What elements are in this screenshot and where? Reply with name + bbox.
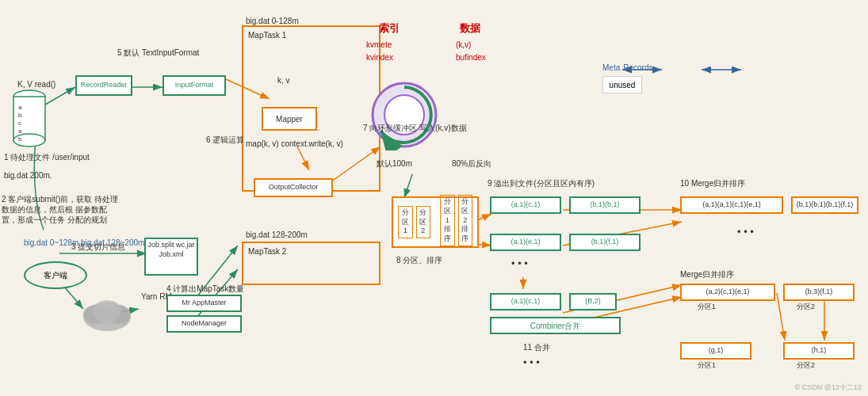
nodemanager-box: NodeManager [166, 315, 242, 333]
kv-label: K, V read() [17, 79, 55, 89]
client-submit-label: 2 客户端submit()前，获取 待处理数据的信息，然后根 据参数配置，形成一… [2, 194, 120, 225]
merge-sort-label: 10 Merge归并排序 [680, 178, 745, 188]
partition2-cell: 分区2 [416, 206, 431, 238]
merge-b1b1f1-box: (b,1)(b,1)(b,1)(f,1) [791, 196, 858, 214]
default-textinputformat: 5 默认 TextInputFormat [117, 48, 199, 58]
circular-write-label: 7 向环形缓冲区 写入(k,v)数据 [363, 123, 467, 133]
spill-a1e1-box: (a,1)(e,1) [490, 234, 561, 251]
map-context-label: map(k, v) context.write(k, v) [246, 139, 343, 149]
logic-compute-label: 6 逻辑运算 [206, 135, 244, 145]
table-unused-header: unused [602, 76, 642, 93]
combiner-B2-box: (B,2) [569, 293, 617, 310]
percent-80-label: 80%后反向 [452, 158, 491, 169]
svg-line-10 [404, 174, 412, 198]
spill-b1b1-box: (b,1)(b,1) [569, 196, 640, 214]
kvindex-label: kvindex [366, 52, 393, 63]
spill-label: 9 溢出到文件(分区且区内有序) [488, 178, 595, 188]
merge2-a2c1e1-box: (a,2)(c,1)(e,1) [680, 284, 775, 301]
outputcollector-box: OutputCollector [254, 178, 333, 197]
kv-arrow-label: k, v [277, 75, 290, 86]
circular-buffer [369, 79, 440, 150]
kv-data-label: (k,v) [456, 40, 471, 50]
recordreader-box: RecordReader [75, 75, 132, 96]
bigdat-label: big.dat 200m. [4, 170, 52, 181]
appmaster-box: Mr AppMaster [166, 295, 242, 312]
data-cylinder: a b c a b ... [12, 87, 48, 158]
job-files-box: Job.split wc.jar Job.xml [144, 238, 198, 276]
maptask2-box: MapTask 2 [242, 242, 380, 285]
combiner-merge-box: Combiner合并 [490, 317, 621, 334]
client-ellipse: 客户端 [24, 261, 87, 289]
partition2-label3: 分区2 [797, 361, 815, 371]
merge-11-label: 11 合并 [523, 342, 550, 352]
cloud-shape [79, 297, 135, 334]
file-label: 1 待处理文件 /user/input [4, 152, 90, 162]
partition1-sort-cell: 分区1排序 [440, 195, 455, 246]
svg-text:...: ... [18, 141, 24, 148]
calc-maptask-label: 4 计算出MapTask数量 [166, 284, 244, 294]
svg-text:a: a [18, 104, 22, 111]
inputformat-box: InputFormat [163, 75, 226, 96]
meta-label: Meta [602, 63, 620, 72]
diagram-container: a b c a b ... 1 待处理文件 /user/input big.da… [0, 0, 868, 396]
spill-b1f1-box: (b,1)(f,1) [569, 234, 640, 251]
merge-sort2-label: Merge归并排序 [680, 269, 734, 280]
kvmete-label: kvmete [366, 40, 392, 50]
partition1-cell: 分区1 [398, 206, 413, 238]
svg-text:c: c [18, 120, 21, 127]
default-100m-label: 默认100m [377, 158, 412, 169]
partition1-label2: 分区1 [698, 303, 716, 312]
spill-a1c1-box: (a,1)(c,1) [490, 196, 561, 214]
dots1: • • • [511, 257, 528, 271]
partition1-label3: 分区1 [698, 361, 716, 371]
final-g1-box: (g,1) [680, 342, 751, 360]
final-h1-box: (h,1) [783, 342, 855, 360]
watermark: © CSDN @12十二12 [795, 383, 862, 393]
bufindex-label: bufindex [456, 52, 486, 63]
merge2-b3f1-box: (b,3)(f,1) [783, 284, 855, 301]
mapper-box: Mapper [262, 107, 317, 131]
svg-text:a: a [18, 128, 22, 135]
svg-point-36 [93, 300, 121, 322]
data-label: 数据 [460, 22, 480, 36]
partition2-label2: 分区2 [797, 303, 815, 312]
bigdat-range2-label: big.dat 128-200m [246, 230, 308, 240]
combiner-a1c1-box: (a,1)(c,1) [490, 293, 561, 310]
index-label: 索引 [379, 22, 400, 36]
merge-a1c1e1-box: (a,1)(a,1)(c,1)(e,1) [680, 196, 783, 214]
partition2-sort-cell: 分区2排序 [458, 195, 473, 246]
cut-info-label: 3 提交切片信息 [71, 242, 125, 252]
records-label: Records [623, 63, 652, 72]
svg-text:b: b [18, 112, 22, 119]
dots3: • • • [523, 356, 540, 370]
partition-box: 分区1 分区2 分区1排序 分区2排序 [392, 196, 479, 248]
dots2: • • • [737, 226, 754, 239]
sort-partition-label: 8 分区、排序 [396, 255, 442, 265]
